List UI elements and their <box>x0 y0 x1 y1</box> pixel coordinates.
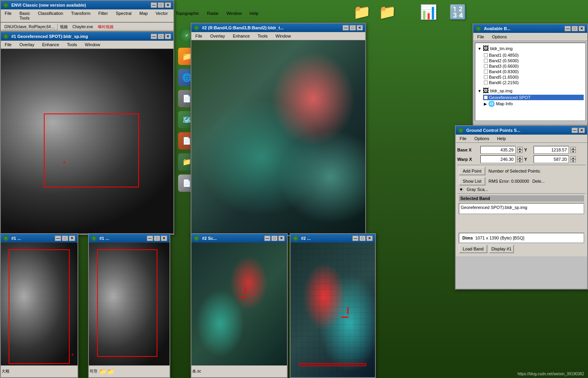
tree-check-1[interactable] <box>484 53 488 57</box>
menu-basic-tools[interactable]: Basic Tools <box>17 10 32 21</box>
envi-minimize-btn[interactable]: — <box>151 2 157 8</box>
tree-subitem-georef[interactable]: Georeferenced SPOT <box>483 95 584 100</box>
thumb3-content[interactable]: 条.sc <box>191 243 287 377</box>
calculator-icon[interactable]: 🔢 <box>449 4 467 20</box>
thumb4-maximize-btn[interactable]: □ <box>359 236 366 241</box>
envi-close-btn[interactable]: ✕ <box>165 2 171 8</box>
thumb4-content[interactable] <box>290 243 375 377</box>
bands-tree-view[interactable]: ▼ 🖼 bldr_tm.img Band1 (0.4850) Band2 (0.… <box>475 43 586 121</box>
thumb1-canvas[interactable]: + <box>1 243 78 377</box>
color-maximize-btn[interactable]: □ <box>350 25 356 31</box>
menu-help[interactable]: Help <box>247 10 261 21</box>
menu-window[interactable]: Window <box>224 10 244 21</box>
thumb2-content[interactable]: 司导 📁📁 <box>89 243 170 377</box>
tree-root-1[interactable]: ▼ 🖼 bldr_tm.img <box>477 45 584 52</box>
base-y-down[interactable]: ▼ <box>570 150 576 153</box>
gcp-close-btn[interactable]: ✕ <box>579 128 585 133</box>
tree-check-4[interactable] <box>484 70 488 74</box>
thumb2-maximize-btn[interactable]: □ <box>154 236 160 241</box>
base-x-input[interactable]: 435.29 <box>480 146 516 154</box>
add-point-button[interactable]: Add Point <box>459 167 485 175</box>
folder-icon-2[interactable]: 📁 <box>379 4 396 20</box>
thumb2-canvas[interactable] <box>89 243 170 377</box>
tree-band1[interactable]: Band1 (0.4850) <box>483 52 584 58</box>
base-y-input[interactable]: 1218.57 <box>534 146 569 154</box>
load-band-button[interactable]: Load Band <box>459 245 487 253</box>
color-menu-overlay[interactable]: Overlay <box>208 33 227 39</box>
menu-vector[interactable]: Vector <box>153 10 170 21</box>
bands-close-btn[interactable]: ✕ <box>579 26 585 31</box>
toolbar-item-1[interactable]: GNU/Octave, RolPlayer,64… <box>2 23 58 30</box>
tree-subitem-mapinfo[interactable]: ▶ 🌐 Map Info <box>483 100 584 107</box>
thumb1-minimize-btn[interactable]: — <box>55 236 61 241</box>
thumb4-minimize-btn[interactable]: — <box>352 236 359 241</box>
spot-menu-window[interactable]: Window <box>83 41 103 48</box>
tree-band4[interactable]: Band4 (0.8300) <box>483 69 584 74</box>
thumb1-maximize-btn[interactable]: □ <box>62 236 68 241</box>
warp-x-input[interactable]: 246.30 <box>480 155 516 163</box>
spot-maximize-btn[interactable]: □ <box>158 34 164 39</box>
display-select-btn[interactable]: Display #1 <box>489 245 514 253</box>
color-close-btn[interactable]: ✕ <box>357 25 363 31</box>
warp-x-down[interactable]: ▼ <box>517 159 523 162</box>
thumb1-close-btn[interactable]: ✕ <box>69 236 75 241</box>
envi-maximize-btn[interactable]: □ <box>158 2 164 8</box>
warp-y-input[interactable]: 587.20 <box>534 155 569 163</box>
warp-y-up[interactable]: ▲ <box>570 156 576 159</box>
base-y-up[interactable]: ▲ <box>570 147 576 150</box>
base-y-spinner[interactable]: ▲ ▼ <box>570 147 576 153</box>
warp-y-spinner[interactable]: ▲ ▼ <box>570 156 576 162</box>
tree-check-3[interactable] <box>484 64 488 68</box>
base-x-up[interactable]: ▲ <box>517 147 523 150</box>
tree-root-2[interactable]: ▼ 🖼 bldr_sp.img <box>477 87 584 95</box>
color-menu-file[interactable]: File <box>193 33 205 39</box>
menu-radar[interactable]: Radar <box>205 10 221 21</box>
gcp-menu-options[interactable]: Options <box>472 135 492 142</box>
excel-icon[interactable]: 📊 <box>420 4 437 20</box>
gcp-minimize-btn[interactable]: — <box>572 128 578 133</box>
spot-menu-file[interactable]: File <box>2 41 14 48</box>
menu-filter[interactable]: Filter <box>96 10 110 21</box>
toolbar-item-4[interactable]: 曝时视频 <box>96 23 116 31</box>
selected-band-value-box[interactable]: Georeferenced SPOT):bldr_sp.img <box>459 203 584 214</box>
bands-minimize-btn[interactable]: — <box>565 26 571 31</box>
spot-close-btn[interactable]: ✕ <box>165 34 171 39</box>
menu-topographic[interactable]: Topographic <box>173 10 202 21</box>
tree-band6[interactable]: Band6 (2.2150) <box>483 80 584 85</box>
color-menu-tools[interactable]: Tools <box>255 33 270 39</box>
color-menu-enhance[interactable]: Enhance <box>231 33 252 39</box>
warp-x-up[interactable]: ▲ <box>517 156 523 159</box>
tree-check-2[interactable] <box>484 59 488 63</box>
base-x-spinner[interactable]: ▲ ▼ <box>517 147 523 153</box>
folder-icon-1[interactable]: 📁 <box>353 4 371 20</box>
thumb3-close-btn[interactable]: ✕ <box>278 236 285 241</box>
menu-transform[interactable]: Transform <box>69 10 93 21</box>
menu-map[interactable]: Map <box>137 10 150 21</box>
tree-band5[interactable]: Band5 (1.6500) <box>483 74 584 80</box>
tree-expand-icon-2[interactable]: ▼ <box>478 89 482 93</box>
menu-spectral[interactable]: Spectral <box>114 10 134 21</box>
bands-menu-options[interactable]: Options <box>490 34 509 40</box>
menu-file[interactable]: File <box>2 10 14 21</box>
tree-check-5[interactable] <box>484 75 488 79</box>
thumb3-minimize-btn[interactable]: — <box>264 236 271 241</box>
bands-maximize-btn[interactable]: □ <box>572 26 578 31</box>
spot-menu-tools[interactable]: Tools <box>65 41 79 48</box>
bands-menu-file[interactable]: File <box>475 34 487 40</box>
tree-band2[interactable]: Band2 (0.5600) <box>483 58 584 63</box>
tree-check-6[interactable] <box>484 81 488 85</box>
gray-sca-radio[interactable] <box>459 187 464 192</box>
thumb2-minimize-btn[interactable]: — <box>147 236 153 241</box>
gcp-menu-help[interactable]: Help <box>495 135 509 142</box>
menu-classification[interactable]: Classification <box>36 10 66 21</box>
tree-band3[interactable]: Band3 (0.6600) <box>483 63 584 69</box>
spot-menu-enhance[interactable]: Enhance <box>40 41 61 48</box>
tree-expand-icon-3[interactable]: ▶ <box>484 102 487 106</box>
spot-menu-overlay[interactable]: Overlay <box>17 41 37 48</box>
base-x-down[interactable]: ▼ <box>517 150 523 153</box>
spot-image-canvas[interactable]: + <box>1 49 173 234</box>
color-menu-window[interactable]: Window <box>273 33 293 39</box>
thumb2-close-btn[interactable]: ✕ <box>161 236 167 241</box>
thumb3-maximize-btn[interactable]: □ <box>271 236 278 241</box>
spot-minimize-btn[interactable]: — <box>151 34 157 39</box>
